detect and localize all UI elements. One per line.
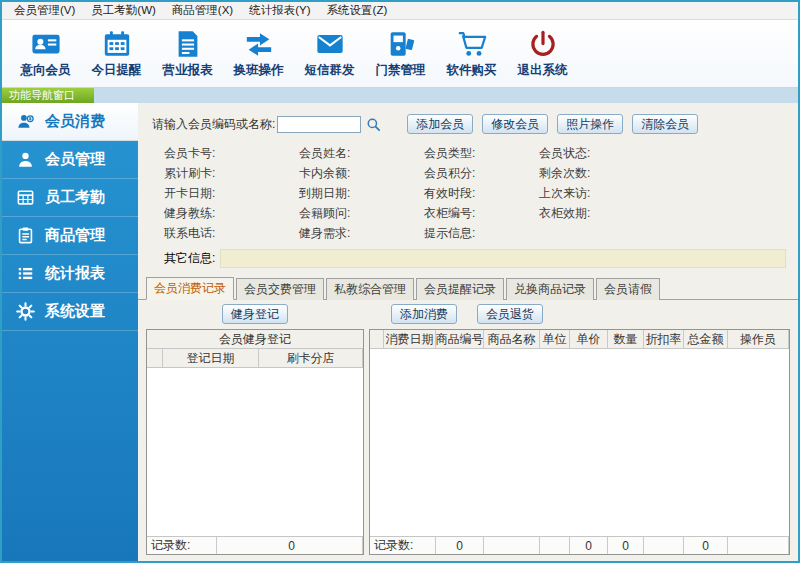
tab-exchange-records[interactable]: 兑换商品记录: [506, 278, 594, 300]
sidebar-item-member-consume[interactable]: 会员消费: [2, 103, 138, 141]
fitness-button-row: 健身登记: [146, 304, 364, 329]
footer-cell: [644, 537, 684, 554]
toolbar-button-access-control[interactable]: 门禁管理: [365, 29, 436, 79]
fitness-table-footer: 记录数: 0: [147, 536, 363, 554]
menu-goods-manage[interactable]: 商品管理(X): [164, 3, 241, 18]
app-window: 会员管理(V) 员工考勤(W) 商品管理(X) 统计报表(Y) 系统设置(Z) …: [0, 0, 800, 563]
fitness-register-button[interactable]: 健身登记: [222, 304, 288, 324]
add-member-button[interactable]: 添加会员: [407, 114, 473, 134]
sidebar-item-label: 会员消费: [45, 112, 105, 131]
power-icon: [527, 29, 559, 59]
menu-staff-attendance[interactable]: 员工考勤(W): [83, 3, 164, 18]
toolbar-button-intended-members[interactable]: 意向会员: [10, 29, 81, 79]
record-tabs: 会员消费记录 会员交费管理 私教综合管理 会员提醒记录 兑换商品记录 会员请假: [138, 276, 798, 300]
search-icon[interactable]: [366, 117, 381, 132]
member-icon: [16, 150, 35, 169]
member-return-button[interactable]: 会员退货: [477, 304, 543, 324]
add-consume-button[interactable]: 添加消费: [391, 304, 457, 324]
cart-icon: [456, 29, 488, 59]
row-gutter: [370, 330, 384, 348]
gear-icon: [16, 302, 35, 321]
column-header-consume-date[interactable]: 消费日期: [384, 330, 436, 348]
record-count-label: 记录数:: [147, 537, 217, 554]
column-header-product-name[interactable]: 商品名称: [484, 330, 540, 348]
member-search-row: 请输入会员编码或名称: 添加会员 修改会员 照片操作 清除会员: [138, 113, 798, 135]
column-header-unit-price[interactable]: 单价: [570, 330, 608, 348]
toolbar-button-shift-change[interactable]: 换班操作: [223, 29, 294, 79]
menubar: 会员管理(V) 员工考勤(W) 商品管理(X) 统计报表(Y) 系统设置(Z): [2, 2, 798, 20]
column-header-swipe-branch[interactable]: 刷卡分店: [259, 349, 363, 367]
sidebar-item-label: 系统设置: [45, 302, 105, 321]
search-label: 请输入会员编码或名称:: [152, 116, 275, 133]
column-header-register-date[interactable]: 登记日期: [163, 349, 259, 367]
photo-operation-button[interactable]: 照片操作: [557, 114, 623, 134]
column-header-product-code[interactable]: 商品编号: [436, 330, 484, 348]
toolbar-label: 营业报表: [163, 62, 213, 79]
info-label-balance: 卡内余额:: [299, 167, 424, 180]
info-label-fitness-need: 健身需求:: [299, 227, 424, 240]
info-label-status: 会员状态:: [539, 147, 788, 160]
sidebar-item-member-manage[interactable]: 会员管理: [2, 141, 138, 179]
toolbar-label: 软件购买: [447, 62, 497, 79]
toolbar-button-sms-broadcast[interactable]: 短信群发: [294, 29, 365, 79]
toolbar-button-business-report[interactable]: 营业报表: [152, 29, 223, 79]
clear-member-button[interactable]: 清除会员: [632, 114, 698, 134]
column-header-discount[interactable]: 折扣率: [644, 330, 684, 348]
info-label-type: 会员类型:: [424, 147, 539, 160]
function-nav-tab[interactable]: 功能导航窗口: [2, 88, 94, 103]
sidebar-item-label: 商品管理: [45, 226, 105, 245]
report-icon: [172, 29, 204, 59]
info-label-name: 会员姓名:: [299, 147, 424, 160]
consume-table-footer: 记录数: 0 0 0 0: [370, 536, 789, 554]
menu-stats-report[interactable]: 统计报表(Y): [241, 3, 318, 18]
other-info-field[interactable]: [220, 249, 786, 268]
modify-member-button[interactable]: 修改会员: [482, 114, 548, 134]
tab-member-leave[interactable]: 会员请假: [596, 278, 660, 300]
tab-payment-manage[interactable]: 会员交费管理: [236, 278, 324, 300]
info-label-card-no: 会员卡号:: [164, 147, 299, 160]
other-info-label: 其它信息:: [164, 250, 215, 267]
column-header-operator[interactable]: 操作员: [728, 330, 789, 348]
info-label-coach: 健身教练:: [164, 207, 299, 220]
sidebar-item-system-settings[interactable]: 系统设置: [2, 293, 138, 331]
info-label-points: 会员积分:: [424, 167, 539, 180]
contact-card-icon: [30, 29, 62, 59]
column-header-total-amount[interactable]: 总金额: [684, 330, 728, 348]
member-search-input[interactable]: [277, 116, 361, 133]
sidebar-item-stats-report[interactable]: 统计报表: [2, 255, 138, 293]
footer-cell: [728, 537, 789, 554]
footer-cell: 0: [608, 537, 644, 554]
toolbar-button-exit-system[interactable]: 退出系统: [507, 29, 578, 79]
fitness-table-body: [147, 368, 363, 536]
fitness-register-table: 会员健身登记 登记日期 刷卡分店 记录数: 0: [146, 329, 364, 555]
tab-private-coach[interactable]: 私教综合管理: [326, 278, 414, 300]
info-label-advisor: 会籍顾问:: [299, 207, 424, 220]
footer-cell: [484, 537, 540, 554]
column-header-quantity[interactable]: 数量: [608, 330, 644, 348]
tab-consume-records[interactable]: 会员消费记录: [146, 277, 234, 300]
info-label-locker-expire: 衣柜效期:: [539, 207, 788, 220]
fitness-register-panel: 健身登记 会员健身登记 登记日期 刷卡分店 记录数: 0: [146, 304, 364, 555]
toolbar-button-software-purchase[interactable]: 软件购买: [436, 29, 507, 79]
toolbar-label: 今日提醒: [92, 62, 142, 79]
consume-records-panel: 添加消费 会员退货 消费日期 商品编号 商品名称 单位 单价 数量 折扣率: [369, 304, 790, 555]
toolbar-button-today-reminder[interactable]: 今日提醒: [81, 29, 152, 79]
consume-table-header: 消费日期 商品编号 商品名称 单位 单价 数量 折扣率 总金额 操作员: [370, 330, 789, 349]
column-header-unit[interactable]: 单位: [540, 330, 570, 348]
shift-arrows-icon: [243, 29, 275, 59]
toolbar: 意向会员 今日提醒 营业报表 换班操作 短信群发: [2, 20, 798, 88]
record-panels: 健身登记 会员健身登记 登记日期 刷卡分店 记录数: 0: [138, 300, 798, 561]
consume-button-row: 添加消费 会员退货: [369, 304, 790, 329]
sidebar-item-goods-manage[interactable]: 商品管理: [2, 217, 138, 255]
info-label-phone: 联系电话:: [164, 227, 299, 240]
record-count-value: 0: [217, 537, 363, 554]
member-info-grid: 会员卡号: 会员姓名: 会员类型: 会员状态: 累计刷卡: 卡内余额: 会员积分…: [164, 147, 788, 240]
info-label-expire-date: 到期日期:: [299, 187, 424, 200]
clipboard-icon: [16, 226, 35, 245]
menu-member-manage[interactable]: 会员管理(V): [6, 3, 83, 18]
menu-system-settings[interactable]: 系统设置(Z): [319, 3, 396, 18]
info-label-hint: 提示信息:: [424, 227, 539, 240]
sidebar-item-staff-attendance[interactable]: 员工考勤: [2, 179, 138, 217]
tab-reminder-records[interactable]: 会员提醒记录: [416, 278, 504, 300]
list-icon: [16, 264, 35, 283]
